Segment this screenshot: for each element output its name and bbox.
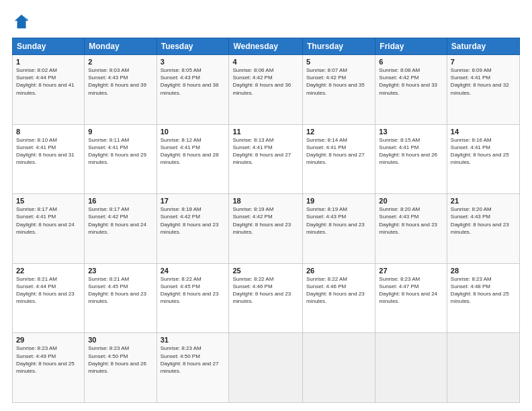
day-cell: 24 Sunrise: 8:22 AMSunset: 4:45 PMDaylig… — [157, 263, 229, 333]
day-detail: Sunrise: 8:23 AMSunset: 4:50 PMDaylight:… — [88, 345, 146, 374]
week-row-5: 29 Sunrise: 8:23 AMSunset: 4:49 PMDaylig… — [13, 333, 520, 403]
logo — [12, 12, 34, 31]
svg-marker-0 — [15, 15, 29, 29]
day-cell: 7 Sunrise: 8:09 AMSunset: 4:41 PMDayligh… — [447, 55, 519, 125]
day-cell: 12 Sunrise: 8:14 AMSunset: 4:41 PMDaylig… — [303, 124, 375, 194]
day-number: 29 — [16, 336, 81, 344]
day-cell: 16 Sunrise: 8:17 AMSunset: 4:42 PMDaylig… — [85, 194, 157, 264]
day-detail: Sunrise: 8:02 AMSunset: 4:44 PMDaylight:… — [16, 67, 75, 96]
day-number: 28 — [451, 267, 516, 275]
day-cell: 20 Sunrise: 8:20 AMSunset: 4:43 PMDaylig… — [375, 194, 447, 264]
day-number: 30 — [88, 336, 152, 344]
day-cell: 26 Sunrise: 8:22 AMSunset: 4:46 PMDaylig… — [303, 263, 375, 333]
day-cell: 23 Sunrise: 8:21 AMSunset: 4:45 PMDaylig… — [85, 263, 157, 333]
week-row-2: 8 Sunrise: 8:10 AMSunset: 4:41 PMDayligh… — [13, 124, 520, 194]
day-cell: 14 Sunrise: 8:16 AMSunset: 4:41 PMDaylig… — [447, 124, 519, 194]
day-detail: Sunrise: 8:03 AMSunset: 4:43 PMDaylight:… — [88, 67, 146, 96]
day-number: 8 — [16, 128, 81, 136]
day-number: 20 — [379, 197, 443, 205]
day-number: 16 — [88, 197, 152, 205]
header — [12, 12, 520, 31]
day-detail: Sunrise: 8:13 AMSunset: 4:41 PMDaylight:… — [232, 137, 291, 166]
day-cell: 2 Sunrise: 8:03 AMSunset: 4:43 PMDayligh… — [85, 55, 157, 125]
day-detail: Sunrise: 8:15 AMSunset: 4:41 PMDaylight:… — [379, 137, 437, 166]
day-detail: Sunrise: 8:12 AMSunset: 4:41 PMDaylight:… — [161, 137, 219, 166]
day-number: 2 — [88, 58, 152, 66]
day-number: 18 — [232, 197, 299, 205]
day-number: 27 — [379, 267, 443, 275]
day-number: 1 — [16, 58, 81, 66]
day-detail: Sunrise: 8:11 AMSunset: 4:41 PMDaylight:… — [88, 137, 146, 166]
day-number: 10 — [161, 128, 226, 136]
week-row-4: 22 Sunrise: 8:21 AMSunset: 4:44 PMDaylig… — [13, 263, 520, 333]
day-number: 15 — [16, 197, 81, 205]
day-detail: Sunrise: 8:17 AMSunset: 4:41 PMDaylight:… — [16, 206, 75, 235]
day-cell: 6 Sunrise: 8:08 AMSunset: 4:42 PMDayligh… — [375, 55, 447, 125]
day-cell: 21 Sunrise: 8:20 AMSunset: 4:43 PMDaylig… — [447, 194, 519, 264]
day-cell: 22 Sunrise: 8:21 AMSunset: 4:44 PMDaylig… — [13, 263, 85, 333]
day-number: 4 — [232, 58, 299, 66]
day-detail: Sunrise: 8:17 AMSunset: 4:42 PMDaylight:… — [88, 206, 146, 235]
day-cell: 1 Sunrise: 8:02 AMSunset: 4:44 PMDayligh… — [13, 55, 85, 125]
col-header-saturday: Saturday — [447, 38, 519, 55]
day-number: 14 — [451, 128, 516, 136]
day-cell: 10 Sunrise: 8:12 AMSunset: 4:41 PMDaylig… — [157, 124, 229, 194]
day-detail: Sunrise: 8:21 AMSunset: 4:45 PMDaylight:… — [88, 276, 146, 305]
day-detail: Sunrise: 8:14 AMSunset: 4:41 PMDaylight:… — [306, 137, 365, 166]
day-number: 19 — [306, 197, 371, 205]
day-cell — [447, 333, 519, 403]
day-detail: Sunrise: 8:05 AMSunset: 4:43 PMDaylight:… — [161, 67, 219, 96]
day-detail: Sunrise: 8:23 AMSunset: 4:49 PMDaylight:… — [16, 345, 75, 374]
day-cell: 5 Sunrise: 8:07 AMSunset: 4:42 PMDayligh… — [303, 55, 375, 125]
day-cell: 30 Sunrise: 8:23 AMSunset: 4:50 PMDaylig… — [85, 333, 157, 403]
day-cell: 31 Sunrise: 8:23 AMSunset: 4:50 PMDaylig… — [157, 333, 229, 403]
day-detail: Sunrise: 8:23 AMSunset: 4:48 PMDaylight:… — [451, 276, 509, 305]
day-cell: 13 Sunrise: 8:15 AMSunset: 4:41 PMDaylig… — [375, 124, 447, 194]
day-number: 21 — [451, 197, 516, 205]
logo-icon — [12, 12, 31, 31]
day-detail: Sunrise: 8:16 AMSunset: 4:41 PMDaylight:… — [451, 137, 509, 166]
day-cell: 19 Sunrise: 8:19 AMSunset: 4:43 PMDaylig… — [303, 194, 375, 264]
day-cell: 28 Sunrise: 8:23 AMSunset: 4:48 PMDaylig… — [447, 263, 519, 333]
col-header-tuesday: Tuesday — [157, 38, 229, 55]
day-number: 9 — [88, 128, 152, 136]
day-detail: Sunrise: 8:18 AMSunset: 4:42 PMDaylight:… — [161, 206, 219, 235]
day-detail: Sunrise: 8:10 AMSunset: 4:41 PMDaylight:… — [16, 137, 75, 166]
day-cell: 17 Sunrise: 8:18 AMSunset: 4:42 PMDaylig… — [157, 194, 229, 264]
day-cell — [303, 333, 375, 403]
day-number: 23 — [88, 267, 152, 275]
day-detail: Sunrise: 8:06 AMSunset: 4:42 PMDaylight:… — [232, 67, 291, 96]
day-number: 31 — [161, 336, 226, 344]
day-cell: 27 Sunrise: 8:23 AMSunset: 4:47 PMDaylig… — [375, 263, 447, 333]
day-number: 3 — [161, 58, 226, 66]
col-header-friday: Friday — [375, 38, 447, 55]
day-detail: Sunrise: 8:22 AMSunset: 4:46 PMDaylight:… — [232, 276, 291, 305]
day-number: 25 — [232, 267, 299, 275]
day-cell: 8 Sunrise: 8:10 AMSunset: 4:41 PMDayligh… — [13, 124, 85, 194]
day-detail: Sunrise: 8:20 AMSunset: 4:43 PMDaylight:… — [379, 206, 437, 235]
day-detail: Sunrise: 8:19 AMSunset: 4:43 PMDaylight:… — [306, 206, 365, 235]
day-detail: Sunrise: 8:22 AMSunset: 4:45 PMDaylight:… — [161, 276, 219, 305]
week-row-3: 15 Sunrise: 8:17 AMSunset: 4:41 PMDaylig… — [13, 194, 520, 264]
day-detail: Sunrise: 8:21 AMSunset: 4:44 PMDaylight:… — [16, 276, 75, 305]
day-number: 5 — [306, 58, 371, 66]
col-header-sunday: Sunday — [13, 38, 85, 55]
header-row: SundayMondayTuesdayWednesdayThursdayFrid… — [13, 38, 520, 55]
day-number: 7 — [451, 58, 516, 66]
day-number: 13 — [379, 128, 443, 136]
day-detail: Sunrise: 8:23 AMSunset: 4:50 PMDaylight:… — [161, 345, 219, 374]
day-cell: 18 Sunrise: 8:19 AMSunset: 4:42 PMDaylig… — [229, 194, 303, 264]
day-detail: Sunrise: 8:09 AMSunset: 4:41 PMDaylight:… — [451, 67, 509, 96]
day-detail: Sunrise: 8:08 AMSunset: 4:42 PMDaylight:… — [379, 67, 437, 96]
day-number: 11 — [232, 128, 299, 136]
day-detail: Sunrise: 8:19 AMSunset: 4:42 PMDaylight:… — [232, 206, 291, 235]
col-header-monday: Monday — [85, 38, 157, 55]
day-number: 22 — [16, 267, 81, 275]
day-number: 12 — [306, 128, 371, 136]
day-number: 17 — [161, 197, 226, 205]
day-detail: Sunrise: 8:20 AMSunset: 4:43 PMDaylight:… — [451, 206, 509, 235]
day-detail: Sunrise: 8:23 AMSunset: 4:47 PMDaylight:… — [379, 276, 437, 305]
day-cell: 9 Sunrise: 8:11 AMSunset: 4:41 PMDayligh… — [85, 124, 157, 194]
day-cell: 3 Sunrise: 8:05 AMSunset: 4:43 PMDayligh… — [157, 55, 229, 125]
day-number: 26 — [306, 267, 371, 275]
